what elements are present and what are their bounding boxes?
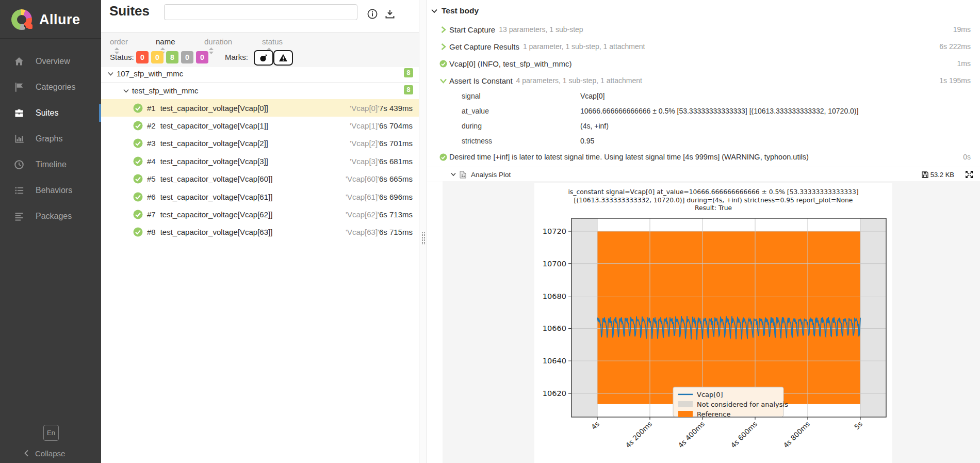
step-duration: 0s <box>963 150 971 164</box>
sidebar-item-label: Packages <box>36 212 72 221</box>
test-row[interactable]: #6 test_capacitor_voltage[Vcap[61]] 'Vca… <box>101 188 419 205</box>
test-param: 'Vcap[63]' <box>346 228 379 236</box>
warning-icon <box>279 53 288 62</box>
test-row[interactable]: #1 test_capacitor_voltage[Vcap[0]] 'Vcap… <box>101 99 419 117</box>
test-row[interactable]: #2 test_capacitor_voltage[Vcap[1]] 'Vcap… <box>101 117 419 134</box>
step-title: Start Capture <box>449 25 495 34</box>
sort-column-duration[interactable]: duration <box>204 36 232 55</box>
test-row[interactable]: #4 test_capacitor_voltage[Vcap[3]] 'Vcap… <box>101 152 419 170</box>
parameter-name: strictness <box>462 137 492 145</box>
chevron-left-icon <box>24 450 29 457</box>
parameter-value: (4s, +inf) <box>580 122 609 130</box>
sidebar-item-timeline[interactable]: Timeline <box>0 152 101 178</box>
flag-icon <box>14 82 24 92</box>
attachment-name: Analysis Plot <box>471 171 511 179</box>
suite-group-row[interactable]: 107_sfp_with_mmc 8 <box>101 65 419 83</box>
passed-icon <box>133 210 143 219</box>
panel-divider <box>419 0 427 463</box>
sidebar-item-behaviors[interactable]: Behaviors <box>0 178 101 203</box>
allure-logo-icon <box>11 9 32 30</box>
analysis-plot-chart: 1062010640106601068010700107204s4s 200ms… <box>534 208 892 463</box>
bomb-icon <box>259 53 268 62</box>
search-input[interactable] <box>164 4 357 20</box>
passed-icon <box>133 156 143 166</box>
test-name: test_capacitor_voltage[Vcap[3]] <box>160 157 268 166</box>
parameter-value: 10666.666666666666 ± 0.5% [53.3333333333… <box>580 107 858 115</box>
status-filter-failed[interactable]: 0 <box>136 51 149 63</box>
suites-panel: Suites order name duration status <box>101 0 419 463</box>
passed-icon <box>439 60 447 68</box>
parameter-value: 0.95 <box>580 137 594 145</box>
info-icon[interactable] <box>367 8 378 20</box>
status-filter-unknown[interactable]: 0 <box>196 51 208 63</box>
svg-text:10720: 10720 <box>543 227 566 235</box>
test-row[interactable]: #5 test_capacitor_voltage[Vcap[60]] 'Vca… <box>101 170 419 188</box>
svg-text:10660: 10660 <box>543 324 566 332</box>
test-duration: 6s 701ms <box>379 139 413 148</box>
step-start-capture[interactable]: Start Capture 13 parameters, 1 sub-step … <box>427 23 980 36</box>
test-name: test_capacitor_voltage[Vcap[2]] <box>160 139 268 148</box>
suite-group-row[interactable]: test_sfp_with_mmc 8 <box>101 82 419 100</box>
step-duration: 1ms <box>957 57 971 70</box>
test-row[interactable]: #8 test_capacitor_voltage[Vcap[63]] 'Vca… <box>101 223 419 241</box>
flaky-mark-toggle[interactable] <box>254 50 273 66</box>
chevron-down-icon <box>439 77 447 85</box>
test-duration: 6s 681ms <box>379 157 413 166</box>
list-icon <box>14 185 24 196</box>
sidebar-item-graphs[interactable]: Graphs <box>0 126 101 152</box>
parameter-row: strictness 0.95 <box>427 134 980 149</box>
test-row[interactable]: #7 test_capacitor_voltage[Vcap[62]] 'Vca… <box>101 205 419 223</box>
sidebar-item-categories[interactable]: Categories <box>0 74 101 100</box>
sidebar-item-suites[interactable]: Suites <box>0 100 101 126</box>
test-param: 'Vcap[62]' <box>346 210 379 219</box>
test-order: #2 <box>147 121 156 130</box>
test-duration: 6s 713ms <box>379 210 413 219</box>
chevron-right-icon <box>439 26 447 34</box>
sidebar-item-packages[interactable]: Packages <box>0 203 101 229</box>
new-failed-mark-toggle[interactable] <box>273 50 293 66</box>
allure-logo[interactable]: Allure <box>0 0 101 39</box>
status-label: Status: <box>110 53 134 61</box>
sort-column-order[interactable]: order <box>110 36 128 55</box>
svg-text:5s: 5s <box>853 420 864 431</box>
attachment-row-analysis-plot[interactable]: Analysis Plot 53.2 KB <box>427 167 980 182</box>
language-button[interactable]: En <box>43 425 59 441</box>
test-order: #4 <box>147 157 156 166</box>
sidebar-nav: Overview Categories Suites Graphs Timeli… <box>0 49 101 229</box>
passed-icon <box>133 174 143 184</box>
column-label: name <box>156 37 175 46</box>
passed-count-badge: 8 <box>404 85 413 94</box>
step-vcap-info[interactable]: Vcap[0] (INFO, test_sfp_with_mmc) 1ms <box>427 57 980 70</box>
chevron-down-icon <box>123 89 129 93</box>
step-title: Vcap[0] (INFO, test_sfp_with_mmc) <box>449 59 572 68</box>
step-get-capture-results[interactable]: Get Capture Results 1 parameter, 1 sub-s… <box>427 40 980 53</box>
parameter-name: during <box>462 122 482 130</box>
test-param: 'Vcap[60]' <box>346 174 379 183</box>
sidebar-item-label: Overview <box>36 57 70 66</box>
test-duration: 6s 704ms <box>379 121 413 130</box>
sidebar-item-overview[interactable]: Overview <box>0 49 101 74</box>
sub-step-warning[interactable]: Desired time [+inf] is later to latest s… <box>427 150 980 164</box>
expand-fullscreen-icon[interactable] <box>966 171 973 178</box>
test-body-section[interactable]: Test body <box>427 4 479 18</box>
briefcase-icon <box>14 108 24 118</box>
step-assert-is-constant[interactable]: Assert Is Constant 4 parameters, 1 sub-s… <box>427 74 980 87</box>
test-order: #6 <box>147 193 156 201</box>
attachment-file-icon <box>460 171 466 179</box>
status-filter-broken[interactable]: 0 <box>151 51 164 63</box>
step-title: Get Capture Results <box>449 42 519 51</box>
test-row[interactable]: #3 test_capacitor_voltage[Vcap[2]] 'Vcap… <box>101 135 419 152</box>
step-duration: 1s 195ms <box>939 74 971 87</box>
download-icon[interactable] <box>384 8 396 20</box>
attachment-viewer: is_constant signal=Vcap[0] at_value=1066… <box>443 181 980 463</box>
svg-text:10680: 10680 <box>543 292 566 300</box>
status-filter-passed[interactable]: 8 <box>166 51 178 63</box>
test-name: test_capacitor_voltage[Vcap[1]] <box>160 121 268 130</box>
test-order: #1 <box>147 104 156 113</box>
allure-logo-text: Allure <box>39 12 80 28</box>
status-filter-skipped[interactable]: 0 <box>181 51 193 63</box>
sidebar: Allure Overview Categories Suites Graphs… <box>0 0 101 463</box>
parameter-name: signal <box>462 92 481 100</box>
passed-icon <box>133 138 143 148</box>
divider-drag-handle[interactable] <box>421 231 425 245</box>
